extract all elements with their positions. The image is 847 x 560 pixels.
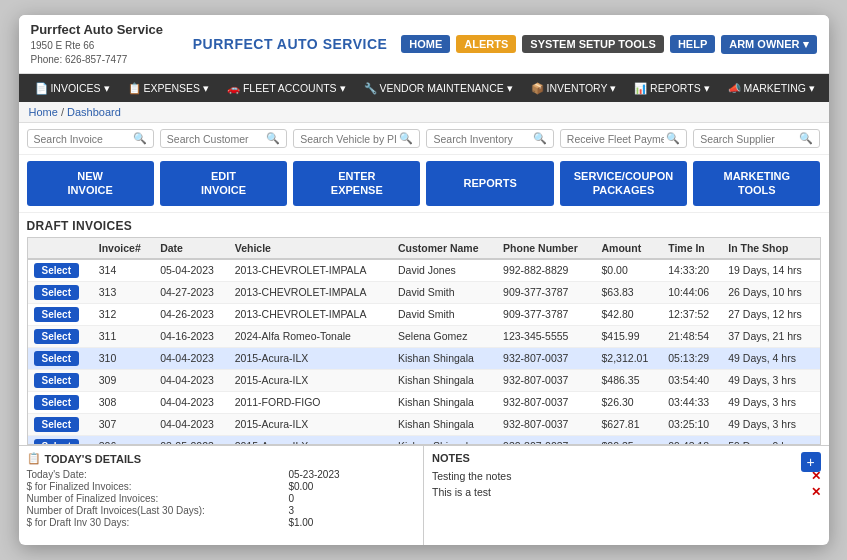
search-vehicle-input[interactable] [300, 133, 397, 145]
invoice-customer: Selena Gomez [392, 325, 497, 347]
select-button[interactable]: Select [34, 307, 79, 322]
table-row: Select 312 04-26-2023 2013-CHEVROLET-IMP… [28, 303, 820, 325]
top-nav: PURRFECT AUTO SERVICE HOME ALERTS SYSTEM… [193, 35, 817, 54]
reports-button[interactable]: REPORTS [426, 161, 553, 206]
select-button[interactable]: Select [34, 351, 79, 366]
search-invoice-icon[interactable]: 🔍 [133, 132, 147, 145]
invoice-vehicle: 2024-Alfa Romeo-Tonale [229, 325, 392, 347]
nav-inventory[interactable]: 📦 INVENTORY ▾ [523, 74, 625, 102]
select-cell: Select [28, 281, 93, 303]
customer-search-field: 🔍 [160, 129, 287, 148]
today-label: $ for Draft Inv 30 Days: [27, 517, 281, 528]
search-invoice-input[interactable] [34, 133, 131, 145]
today-label: Number of Finalized Invoices: [27, 493, 281, 504]
search-supplier-icon[interactable]: 🔍 [799, 132, 813, 145]
select-cell: Select [28, 435, 93, 445]
invoice-phone: 932-807-0037 [497, 369, 595, 391]
invoice-phone: 909-377-3787 [497, 281, 595, 303]
nav-reports[interactable]: 📊 REPORTS ▾ [626, 74, 717, 102]
invoice-timein: 14:33:20 [662, 259, 722, 282]
nav-timesheet[interactable]: ⏱ TIME SHEET ▾ [825, 74, 829, 102]
table-row: Select 313 04-27-2023 2013-CHEVROLET-IMP… [28, 281, 820, 303]
invoice-vehicle: 2013-CHEVROLET-IMPALA [229, 281, 392, 303]
invoice-date: 04-04-2023 [154, 369, 229, 391]
invoice-phone: 932-807-0037 [497, 391, 595, 413]
invoice-date: 03-25-2023 [154, 435, 229, 445]
invoice-timein: 21:48:54 [662, 325, 722, 347]
alerts-button[interactable]: ALERTS [456, 35, 516, 53]
table-row: Select 309 04-04-2023 2015-Acura-ILX Kis… [28, 369, 820, 391]
invoices-table-wrapper[interactable]: Invoice# Date Vehicle Customer Name Phon… [27, 237, 821, 445]
fleet-payment-icon[interactable]: 🔍 [666, 132, 680, 145]
today-value: 05-23-2023 [288, 469, 415, 480]
invoice-timein: 03:25:10 [662, 413, 722, 435]
search-customer-input[interactable] [167, 133, 264, 145]
breadcrumb-current[interactable]: Dashboard [67, 106, 121, 118]
table-row: Select 310 04-04-2023 2015-Acura-ILX Kis… [28, 347, 820, 369]
select-cell: Select [28, 413, 93, 435]
nav-fleet[interactable]: 🚗 FLEET ACCOUNTS ▾ [219, 74, 354, 102]
app-window: Purrfect Auto Service 1950 E Rte 66 Phon… [19, 15, 829, 545]
marketing-tools-button[interactable]: MARKETINGTOOLS [693, 161, 820, 206]
help-button[interactable]: HELP [670, 35, 715, 53]
edit-invoice-button[interactable]: EDITINVOICE [160, 161, 287, 206]
col-inshop: In The Shop [722, 238, 819, 259]
setup-button[interactable]: SYSTEM SETUP TOOLS [522, 35, 664, 53]
nav-vendor[interactable]: 🔧 VENDOR MAINTENANCE ▾ [356, 74, 521, 102]
notes-panel-title: NOTES [432, 452, 821, 464]
nav-marketing[interactable]: 📣 MARKETING ▾ [720, 74, 823, 102]
select-cell: Select [28, 259, 93, 282]
today-label: Number of Draft Invoices(Last 30 Days): [27, 505, 281, 516]
inventory-search-field: 🔍 [426, 129, 553, 148]
list-item: Testing the notes ✕ [432, 468, 821, 484]
invoice-vehicle: 2013-CHEVROLET-IMPALA [229, 303, 392, 325]
search-bar: 🔍 🔍 🔍 🔍 🔍 🔍 [19, 123, 829, 155]
invoice-amount: $627.81 [596, 413, 663, 435]
select-button[interactable]: Select [34, 373, 79, 388]
select-cell: Select [28, 369, 93, 391]
invoice-phone: 932-807-0037 [497, 413, 595, 435]
invoice-number: 311 [93, 325, 154, 347]
action-buttons: NEWINVOICE EDITINVOICE ENTEREXPENSE REPO… [19, 155, 829, 213]
search-vehicle-icon[interactable]: 🔍 [399, 132, 413, 145]
invoice-timein: 12:37:52 [662, 303, 722, 325]
home-button[interactable]: HOME [401, 35, 450, 53]
select-button[interactable]: Select [34, 263, 79, 278]
enter-expense-button[interactable]: ENTEREXPENSE [293, 161, 420, 206]
col-vehicle: Vehicle [229, 238, 392, 259]
col-phone: Phone Number [497, 238, 595, 259]
company-phone: Phone: 626-857-7477 [31, 53, 163, 67]
fleet-payment-input[interactable] [567, 133, 664, 145]
today-icon: 📋 [27, 452, 41, 465]
breadcrumb-home[interactable]: Home [29, 106, 58, 118]
nav-expenses[interactable]: 📋 EXPENSES ▾ [120, 74, 217, 102]
invoice-timein: 03:54:40 [662, 369, 722, 391]
invoice-search-field: 🔍 [27, 129, 154, 148]
select-button[interactable]: Select [34, 329, 79, 344]
new-invoice-button[interactable]: NEWINVOICE [27, 161, 154, 206]
search-supplier-input[interactable] [700, 133, 797, 145]
select-button[interactable]: Select [34, 417, 79, 432]
select-cell: Select [28, 391, 93, 413]
invoice-amount: $20.35 [596, 435, 663, 445]
invoice-amount: $42.80 [596, 303, 663, 325]
company-info: Purrfect Auto Service 1950 E Rte 66 Phon… [31, 21, 163, 67]
invoice-customer: Kishan Shingala [392, 391, 497, 413]
service-coupon-button[interactable]: SERVICE/COUPONPACKAGES [560, 161, 687, 206]
owner-button[interactable]: ARM OWNER ▾ [721, 35, 816, 54]
invoice-amount: $2,312.01 [596, 347, 663, 369]
search-customer-icon[interactable]: 🔍 [266, 132, 280, 145]
invoice-inshop: 27 Days, 12 hrs [722, 303, 819, 325]
delete-note-button[interactable]: ✕ [811, 485, 821, 499]
nav-invoices[interactable]: 📄 INVOICES ▾ [27, 74, 118, 102]
select-cell: Select [28, 303, 93, 325]
invoice-vehicle: 2011-FORD-FIGO [229, 391, 392, 413]
add-note-button[interactable]: + [801, 452, 821, 472]
today-value: $1.00 [288, 517, 415, 528]
select-button[interactable]: Select [34, 285, 79, 300]
search-inventory-input[interactable] [433, 133, 530, 145]
top-bar: Purrfect Auto Service 1950 E Rte 66 Phon… [19, 15, 829, 74]
select-button[interactable]: Select [34, 395, 79, 410]
search-inventory-icon[interactable]: 🔍 [533, 132, 547, 145]
table-row: Select 307 04-04-2023 2015-Acura-ILX Kis… [28, 413, 820, 435]
